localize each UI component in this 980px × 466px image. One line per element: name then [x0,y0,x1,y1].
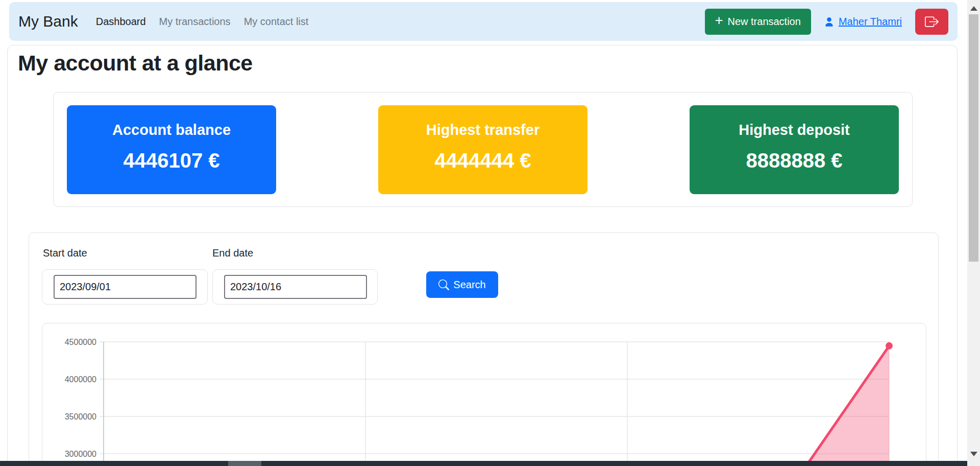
brand-my-bank[interactable]: My Bank [18,13,78,30]
search-label: Search [453,279,485,291]
person-icon [823,16,835,28]
logout-button[interactable] [915,9,948,35]
start-date-input[interactable] [54,275,197,299]
highest-deposit-card: Highest deposit 8888888 € [690,105,899,194]
nav-item-dashboard[interactable]: Dashboard [89,12,153,31]
nav-links: Dashboard My transactions My contact lis… [89,16,315,28]
svg-text:3000000: 3000000 [65,450,96,458]
scroll-down-arrow-icon[interactable] [970,452,977,456]
search-button[interactable]: Search [426,271,498,298]
vertical-scrollbar-thumb[interactable] [969,14,978,262]
end-date-input[interactable] [224,275,367,299]
scroll-up-arrow-icon[interactable] [970,6,977,11]
plus-icon: + [715,14,723,28]
end-date-label: End date [212,247,253,259]
new-transaction-label: New transaction [727,16,800,28]
logout-icon [925,15,939,29]
svg-text:4500000: 4500000 [65,338,96,346]
highest-deposit-value: 8888888 € [690,148,899,173]
account-balance-card: Account balance 4446107 € [67,105,276,194]
highest-transfer-value: 4444444 € [378,148,587,173]
page-title: My account at a glance [18,51,253,76]
new-transaction-button[interactable]: + New transaction [705,9,811,35]
horizontal-scrollbar[interactable] [0,461,967,466]
nav-item-my-contact-list[interactable]: My contact list [237,12,315,31]
horizontal-scrollbar-thumb[interactable] [228,461,261,466]
user-name: Maher Thamri [839,16,902,28]
highest-deposit-title: Highest deposit [690,121,899,139]
balance-area-chart: 4500000400000035000003000000 [42,323,926,466]
account-balance-title: Account balance [67,121,276,139]
page-panel: My account at a glance Account balance 4… [7,45,958,466]
top-navbar: My Bank Dashboard My transactions My con… [9,2,958,41]
filter-chart-section: Start date End date Search 4500000400000… [29,232,939,466]
user-profile-link[interactable]: Maher Thamri [823,16,902,28]
search-icon [438,279,449,290]
highest-transfer-title: Highest transfer [378,121,587,139]
svg-text:3500000: 3500000 [65,412,96,421]
start-date-wrapper [42,269,208,305]
start-date-label: Start date [43,247,87,259]
end-date-wrapper [212,269,378,305]
vertical-scrollbar[interactable] [967,0,980,466]
balance-chart-card: 4500000400000035000003000000 [42,323,926,466]
nav-item-my-transactions[interactable]: My transactions [153,12,237,31]
svg-text:4000000: 4000000 [65,375,96,384]
highest-transfer-card: Highest transfer 4444444 € [378,105,587,194]
stats-panel: Account balance 4446107 € Highest transf… [53,92,913,207]
account-balance-value: 4446107 € [67,148,276,173]
